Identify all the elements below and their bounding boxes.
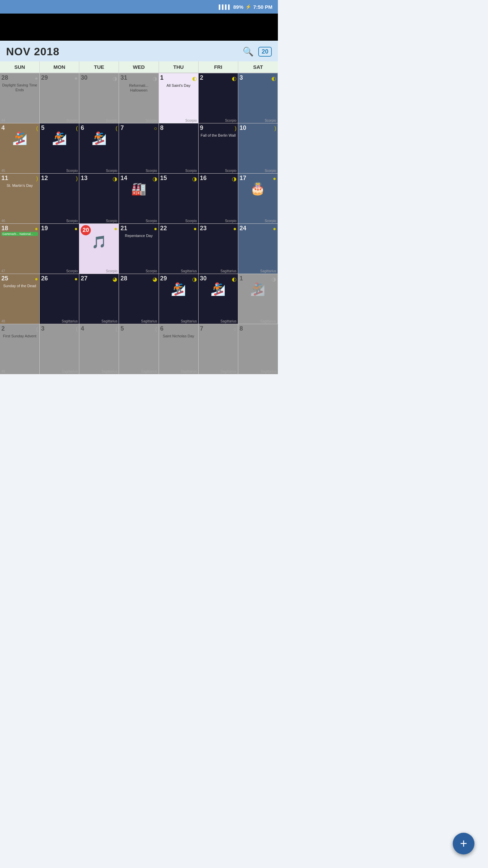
- moon-icon: ◑: [232, 176, 237, 182]
- moon-icon: ◐: [192, 75, 197, 82]
- cell-bottom: Sagittarius: [200, 319, 237, 323]
- cell-emoji: 🎂: [240, 182, 276, 195]
- cell-date: 29: [160, 275, 167, 282]
- calendar-cell[interactable]: 5(🏂Scorpio: [40, 123, 79, 174]
- cell-bottom: Sagittarius: [41, 319, 78, 323]
- calendar-cell[interactable]: 22●Sagittarius: [159, 224, 199, 274]
- calendar-cell[interactable]: 1◑🏂Sagittarius: [238, 274, 278, 324]
- calendar-cell[interactable]: 25●Sunday of the Dead48: [0, 274, 40, 324]
- calendar-cell[interactable]: 30◐🏂Sagittarius: [199, 274, 238, 324]
- cell-bottom: Sagittarius: [81, 370, 117, 373]
- calendar-cell[interactable]: 30◑Scorpio: [79, 73, 119, 123]
- calendar-cell[interactable]: 29◑🏂Sagittarius: [159, 274, 199, 324]
- calendar-cell[interactable]: 13◑Scorpio: [79, 174, 119, 224]
- calendar-cell[interactable]: 3◐Scorpio: [238, 73, 278, 123]
- cell-emoji: 🎵: [81, 236, 117, 248]
- cell-date: 2: [200, 75, 203, 81]
- week-number: 49: [1, 369, 5, 373]
- calendar-cell[interactable]: 7○Sagittarius: [199, 324, 238, 374]
- cell-bottom: Sagittarius: [160, 319, 197, 323]
- week-number: 47: [1, 269, 5, 273]
- calendar-cell[interactable]: 14◑🏭Scorpio: [119, 174, 159, 224]
- calendar-cell[interactable]: 9)Fall of the Berlin WallScorpio: [199, 123, 238, 174]
- moon-icon: ○: [154, 125, 157, 132]
- cell-bottom: Sagittarius: [240, 370, 277, 373]
- moon-icon: ◕: [152, 276, 157, 282]
- cell-event: St. Martin's Day: [1, 183, 38, 218]
- cell-event: Repentance Day: [120, 233, 157, 269]
- calendar-cell[interactable]: 21●Repentance DayScorpio: [119, 224, 159, 274]
- cell-emoji: 🏂: [81, 132, 117, 144]
- calendar-cell[interactable]: 8Scorpio: [159, 123, 199, 174]
- week-number: 48: [1, 319, 5, 323]
- search-icon[interactable]: 🔍: [243, 46, 253, 57]
- cell-bottom: Scorpio: [41, 219, 78, 223]
- cell-date: 16: [200, 175, 207, 182]
- calendar-cell[interactable]: 26●Sagittarius: [40, 274, 79, 324]
- zodiac-label: Scorpio: [106, 169, 118, 173]
- cell-date: 28: [1, 75, 8, 81]
- time-text: 7:50 PM: [253, 4, 272, 10]
- zodiac-label: Scorpio: [106, 219, 118, 223]
- calendar-cell[interactable]: 11)St. Martin's Day46: [0, 174, 40, 224]
- zodiac-label: Scorpio: [185, 169, 197, 173]
- zodiac-label: Scorpio: [146, 169, 157, 173]
- calendar-cell[interactable]: 4(🏂45: [0, 123, 40, 174]
- cell-date: 1: [240, 275, 243, 282]
- calendar-cell[interactable]: 16◑Scorpio: [199, 174, 238, 224]
- moon-icon: ◑: [192, 176, 197, 182]
- moon-icon: ◑: [152, 176, 157, 182]
- cell-emoji: 🏂: [240, 283, 276, 295]
- cell-bottom: Sagittarius: [81, 319, 117, 323]
- cell-event: First Sunday Advent: [1, 334, 38, 369]
- moon-icon: (: [116, 326, 117, 332]
- cell-date: 11: [1, 175, 8, 182]
- zodiac-label: Scorpio: [146, 119, 157, 122]
- cell-bottom: Sagittarius: [200, 269, 237, 273]
- cell-bottom: 49: [1, 369, 38, 373]
- calendar-cell[interactable]: 2(First Sunday Advent49: [0, 324, 40, 374]
- calendar-cell[interactable]: 8Sagittarius: [238, 324, 278, 374]
- calendar-cell[interactable]: 6(🏂Scorpio: [79, 123, 119, 174]
- calendar-cell[interactable]: 17●🎂Scorpio: [238, 174, 278, 224]
- calendar-cell[interactable]: 20●🎵Scorpio: [79, 224, 119, 274]
- zodiac-label: Sagittarius: [62, 370, 78, 373]
- cell-date: 4: [81, 326, 84, 332]
- calendar-cell[interactable]: 15◑Scorpio: [159, 174, 199, 224]
- cell-date: 9: [200, 125, 203, 132]
- moon-icon: ◑: [113, 176, 117, 182]
- calendar-cell[interactable]: 24●Sagittarius: [238, 224, 278, 274]
- calendar-cell[interactable]: 6Saint Nicholas DaySagittarius: [159, 324, 199, 374]
- calendar-cell[interactable]: 2◐Scorpio: [199, 73, 238, 123]
- calendar-cell[interactable]: 4(Sagittarius: [79, 324, 119, 374]
- calendar-cell[interactable]: 28◕Sagittarius: [119, 274, 159, 324]
- calendar-cell[interactable]: 18●Gartenarb... National...47: [0, 224, 40, 274]
- cell-emoji: 🏭: [120, 183, 157, 195]
- calendar-cell[interactable]: 27◕Sagittarius: [79, 274, 119, 324]
- cell-date: 18: [1, 225, 8, 232]
- calendar-cell[interactable]: 1◐All Saint's DayScorpio: [159, 73, 199, 123]
- calendar-cell[interactable]: 5(Sagittarius: [119, 324, 159, 374]
- calendar-cell[interactable]: 7○Scorpio: [119, 123, 159, 174]
- cell-date: 20: [81, 225, 91, 235]
- cell-date: 8: [160, 125, 164, 132]
- cell-date: 5: [41, 125, 44, 132]
- today-button[interactable]: 20: [258, 47, 272, 57]
- calendar-cell[interactable]: 3(Sagittarius: [40, 324, 79, 374]
- calendar-cell[interactable]: 28●Daylight Saving Time Ends44: [0, 73, 40, 123]
- cell-date: 21: [120, 225, 127, 232]
- cell-date: 6: [160, 326, 164, 332]
- calendar-cell[interactable]: 19●Scorpio: [40, 224, 79, 274]
- cell-bottom: 47: [1, 269, 38, 273]
- calendar-cell[interactable]: 23●Sagittarius: [199, 224, 238, 274]
- cell-bottom: Sagittarius: [120, 370, 157, 373]
- cell-bottom: Scorpio: [200, 119, 237, 122]
- calendar-cell[interactable]: 29●Scorpio: [40, 73, 79, 123]
- moon-icon: (: [76, 125, 78, 132]
- calendar-cell[interactable]: 12)Scorpio: [40, 174, 79, 224]
- calendar-cell[interactable]: 10)Scorpio: [238, 123, 278, 174]
- cell-date: 5: [120, 326, 124, 332]
- zodiac-label: Sagittarius: [261, 370, 277, 373]
- moon-icon: (: [36, 125, 38, 132]
- calendar-cell[interactable]: 31◑Reformati... HalloweenScorpio: [119, 73, 159, 123]
